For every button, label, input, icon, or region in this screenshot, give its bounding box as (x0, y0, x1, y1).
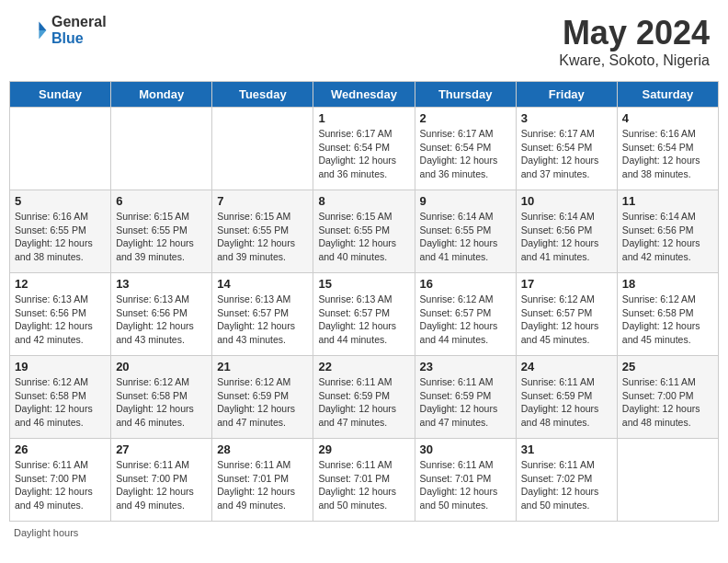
day-info: Sunrise: 6:12 AM Sunset: 6:57 PM Dayligh… (420, 293, 511, 347)
day-number: 25 (622, 360, 713, 373)
day-cell: 11Sunrise: 6:14 AM Sunset: 6:56 PM Dayli… (617, 190, 718, 273)
header-row: SundayMondayTuesdayWednesdayThursdayFrid… (10, 82, 719, 108)
day-number: 7 (217, 194, 308, 208)
day-cell (10, 108, 111, 190)
day-number: 16 (420, 277, 511, 291)
day-number: 22 (318, 360, 409, 373)
day-info: Sunrise: 6:15 AM Sunset: 6:55 PM Dayligh… (318, 210, 409, 264)
svg-marker-1 (39, 30, 46, 40)
day-number: 14 (217, 277, 308, 291)
header-cell-thursday: Thursday (415, 82, 516, 108)
day-info: Sunrise: 6:11 AM Sunset: 6:59 PM Dayligh… (521, 375, 612, 430)
day-cell: 24Sunrise: 6:11 AM Sunset: 6:59 PM Dayli… (516, 356, 617, 439)
day-info: Sunrise: 6:14 AM Sunset: 6:55 PM Dayligh… (420, 210, 511, 264)
logo-icon (18, 16, 48, 45)
day-info: Sunrise: 6:11 AM Sunset: 7:01 PM Dayligh… (420, 458, 511, 512)
svg-marker-0 (39, 21, 46, 30)
day-cell: 30Sunrise: 6:11 AM Sunset: 7:01 PM Dayli… (415, 439, 516, 522)
day-number: 21 (217, 360, 308, 373)
day-info: Sunrise: 6:15 AM Sunset: 6:55 PM Dayligh… (217, 210, 308, 264)
day-info: Sunrise: 6:15 AM Sunset: 6:55 PM Dayligh… (116, 210, 207, 264)
location-label: Kware, Sokoto, Nigeria (559, 52, 710, 69)
header-cell-tuesday: Tuesday (212, 82, 313, 108)
header-cell-sunday: Sunday (10, 82, 111, 108)
day-info: Sunrise: 6:11 AM Sunset: 7:00 PM Dayligh… (622, 375, 713, 430)
day-cell: 6Sunrise: 6:15 AM Sunset: 6:55 PM Daylig… (111, 190, 212, 273)
day-number: 12 (15, 277, 106, 291)
day-info: Sunrise: 6:13 AM Sunset: 6:57 PM Dayligh… (217, 293, 308, 347)
day-info: Sunrise: 6:11 AM Sunset: 6:59 PM Dayligh… (318, 375, 409, 430)
day-info: Sunrise: 6:13 AM Sunset: 6:57 PM Dayligh… (318, 293, 409, 347)
day-info: Sunrise: 6:17 AM Sunset: 6:54 PM Dayligh… (318, 127, 409, 181)
day-cell: 17Sunrise: 6:12 AM Sunset: 6:57 PM Dayli… (516, 273, 617, 356)
day-number: 2 (420, 111, 511, 125)
day-cell: 28Sunrise: 6:11 AM Sunset: 7:01 PM Dayli… (212, 439, 313, 522)
day-cell: 25Sunrise: 6:11 AM Sunset: 7:00 PM Dayli… (617, 356, 718, 439)
day-number: 23 (420, 360, 511, 373)
day-info: Sunrise: 6:17 AM Sunset: 6:54 PM Dayligh… (420, 127, 511, 181)
logo: General Blue (18, 14, 107, 46)
header-cell-monday: Monday (111, 82, 212, 108)
day-info: Sunrise: 6:11 AM Sunset: 7:02 PM Dayligh… (521, 458, 612, 512)
logo-general-text: General (51, 14, 107, 30)
logo-blue-text: Blue (51, 30, 107, 47)
day-cell: 21Sunrise: 6:12 AM Sunset: 6:59 PM Dayli… (212, 356, 313, 439)
week-row-2: 5Sunrise: 6:16 AM Sunset: 6:55 PM Daylig… (10, 190, 719, 273)
day-cell: 13Sunrise: 6:13 AM Sunset: 6:56 PM Dayli… (111, 273, 212, 356)
day-number: 8 (318, 194, 409, 208)
day-info: Sunrise: 6:12 AM Sunset: 6:58 PM Dayligh… (15, 375, 106, 430)
page-header: General Blue May 2024 Kware, Sokoto, Nig… (9, 9, 719, 74)
day-number: 20 (116, 360, 207, 373)
day-number: 13 (116, 277, 207, 291)
day-cell: 14Sunrise: 6:13 AM Sunset: 6:57 PM Dayli… (212, 273, 313, 356)
day-info: Sunrise: 6:11 AM Sunset: 7:00 PM Dayligh… (116, 458, 207, 512)
day-number: 28 (217, 442, 308, 456)
day-number: 9 (420, 194, 511, 208)
day-cell: 2Sunrise: 6:17 AM Sunset: 6:54 PM Daylig… (415, 108, 516, 190)
day-cell: 23Sunrise: 6:11 AM Sunset: 6:59 PM Dayli… (415, 356, 516, 439)
day-cell (111, 108, 212, 190)
day-cell: 20Sunrise: 6:12 AM Sunset: 6:58 PM Dayli… (111, 356, 212, 439)
day-cell: 16Sunrise: 6:12 AM Sunset: 6:57 PM Dayli… (415, 273, 516, 356)
day-info: Sunrise: 6:16 AM Sunset: 6:55 PM Dayligh… (15, 210, 106, 264)
day-info: Sunrise: 6:12 AM Sunset: 6:58 PM Dayligh… (622, 293, 713, 347)
day-number: 26 (15, 442, 106, 456)
day-info: Sunrise: 6:12 AM Sunset: 6:58 PM Dayligh… (116, 375, 207, 430)
day-info: Sunrise: 6:14 AM Sunset: 6:56 PM Dayligh… (622, 210, 713, 264)
month-title: May 2024 (559, 14, 710, 52)
header-cell-wednesday: Wednesday (313, 82, 415, 108)
day-number: 30 (420, 442, 511, 456)
day-number: 1 (318, 111, 409, 125)
day-cell: 10Sunrise: 6:14 AM Sunset: 6:56 PM Dayli… (516, 190, 617, 273)
day-number: 4 (622, 111, 713, 125)
day-cell: 27Sunrise: 6:11 AM Sunset: 7:00 PM Dayli… (111, 439, 212, 522)
week-row-1: 1Sunrise: 6:17 AM Sunset: 6:54 PM Daylig… (10, 108, 719, 190)
day-info: Sunrise: 6:12 AM Sunset: 6:57 PM Dayligh… (521, 293, 612, 347)
day-info: Sunrise: 6:13 AM Sunset: 6:56 PM Dayligh… (15, 293, 106, 347)
day-info: Sunrise: 6:11 AM Sunset: 7:01 PM Dayligh… (318, 458, 409, 512)
day-cell: 4Sunrise: 6:16 AM Sunset: 6:54 PM Daylig… (617, 108, 718, 190)
day-cell: 18Sunrise: 6:12 AM Sunset: 6:58 PM Dayli… (617, 273, 718, 356)
day-cell: 12Sunrise: 6:13 AM Sunset: 6:56 PM Dayli… (10, 273, 111, 356)
day-number: 6 (116, 194, 207, 208)
title-block: May 2024 Kware, Sokoto, Nigeria (559, 14, 710, 69)
logo-text: General Blue (51, 14, 107, 46)
day-info: Sunrise: 6:11 AM Sunset: 7:00 PM Dayligh… (15, 458, 106, 512)
header-cell-friday: Friday (516, 82, 617, 108)
day-cell: 29Sunrise: 6:11 AM Sunset: 7:01 PM Dayli… (313, 439, 415, 522)
day-number: 5 (15, 194, 106, 208)
day-info: Sunrise: 6:12 AM Sunset: 6:59 PM Dayligh… (217, 375, 308, 430)
day-cell: 15Sunrise: 6:13 AM Sunset: 6:57 PM Dayli… (313, 273, 415, 356)
day-info: Sunrise: 6:17 AM Sunset: 6:54 PM Dayligh… (521, 127, 612, 181)
day-number: 31 (521, 442, 612, 456)
day-cell: 26Sunrise: 6:11 AM Sunset: 7:00 PM Dayli… (10, 439, 111, 522)
daylight-label: Daylight hours (14, 527, 78, 538)
header-cell-saturday: Saturday (617, 82, 718, 108)
week-row-3: 12Sunrise: 6:13 AM Sunset: 6:56 PM Dayli… (10, 273, 719, 356)
day-info: Sunrise: 6:11 AM Sunset: 7:01 PM Dayligh… (217, 458, 308, 512)
day-cell: 19Sunrise: 6:12 AM Sunset: 6:58 PM Dayli… (10, 356, 111, 439)
calendar-table: SundayMondayTuesdayWednesdayThursdayFrid… (9, 81, 719, 522)
day-number: 15 (318, 277, 409, 291)
day-info: Sunrise: 6:16 AM Sunset: 6:54 PM Dayligh… (622, 127, 713, 181)
day-number: 19 (15, 360, 106, 373)
